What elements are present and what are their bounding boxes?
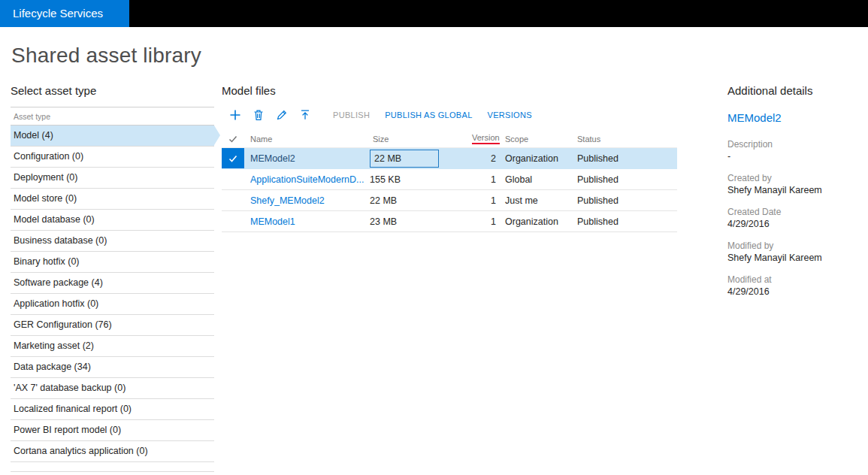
file-version-cell: 2	[472, 153, 501, 164]
file-scope-cell: Organization	[501, 216, 571, 227]
detail-label: Modified at	[727, 274, 866, 285]
top-bar: Lifecycle Services	[0, 0, 868, 27]
file-scope-cell: Global	[501, 174, 571, 185]
sidebar-item-data-package[interactable]: Data package (34)	[11, 357, 214, 378]
add-icon[interactable]	[229, 109, 241, 121]
model-files-heading: Model files	[222, 84, 677, 97]
file-size-cell: 22 MB	[367, 150, 472, 168]
model-files-panel: Model files PUBLISH PUBLISH AS GLOBAL VE…	[222, 84, 677, 232]
table-row[interactable]: MEModel2 22 MB 2 Organization Published	[222, 148, 677, 169]
version-header-red-underline: Version	[472, 133, 500, 144]
sidebar-item-power-bi-report-model[interactable]: Power BI report model (0)	[11, 420, 214, 441]
detail-value: -	[727, 151, 866, 162]
sidebar-item-model-database[interactable]: Model database (0)	[11, 210, 214, 231]
delete-icon[interactable]	[253, 109, 265, 121]
detail-value: 4/29/2016	[727, 219, 866, 230]
file-size-focus-box: 22 MB	[370, 150, 439, 168]
column-header-version[interactable]: Version	[472, 133, 501, 144]
file-status-cell: Published	[571, 216, 677, 227]
table-row[interactable]: Shefy_MEModel2 22 MB 1 Just me Published	[222, 190, 677, 211]
row-checkbox[interactable]	[222, 190, 244, 210]
table-row[interactable]: MEModel1 23 MB 1 Organization Published	[222, 211, 677, 232]
publish-button[interactable]: PUBLISH	[333, 110, 370, 120]
sidebar-item-marketing-asset[interactable]: Marketing asset (2)	[11, 336, 214, 357]
row-checkbox[interactable]	[222, 211, 244, 231]
asset-type-sidebar: Select asset type Asset type Model (4) C…	[11, 84, 214, 472]
file-status-cell: Published	[571, 153, 677, 164]
table-row[interactable]: ApplicationSuiteModernD... 155 KB 1 Glob…	[222, 169, 677, 190]
column-header-name[interactable]: Name	[244, 135, 367, 144]
file-name-link[interactable]: Shefy_MEModel2	[244, 195, 367, 206]
sidebar-item-software-package[interactable]: Software package (4)	[11, 273, 214, 294]
file-name-link[interactable]: MEModel1	[244, 216, 367, 227]
sidebar-item-model-store[interactable]: Model store (0)	[11, 189, 214, 210]
sidebar-item-deployment[interactable]: Deployment (0)	[11, 168, 214, 189]
file-name-link[interactable]: ApplicationSuiteModernD...	[244, 174, 367, 185]
upload-icon[interactable]	[299, 109, 311, 121]
detail-field-created-date: Created Date 4/29/2016	[727, 207, 866, 230]
edit-icon[interactable]	[276, 109, 288, 121]
versions-button[interactable]: VERSIONS	[488, 110, 532, 120]
detail-label: Created by	[727, 173, 866, 183]
additional-details-panel: Additional details MEModel2 Description …	[727, 84, 866, 298]
sidebar-item-ax7-database-backup[interactable]: 'AX 7' database backup (0)	[11, 378, 214, 399]
column-header-size[interactable]: Size	[367, 135, 472, 144]
page-title: Shared asset library	[11, 44, 201, 68]
detail-field-description: Description -	[727, 139, 866, 162]
table-header-row: Name Size Version Scope Status	[222, 130, 677, 148]
detail-label: Created Date	[727, 207, 866, 217]
sidebar-heading: Select asset type	[11, 84, 214, 97]
file-size-cell: 23 MB	[367, 216, 472, 227]
asset-type-list: Asset type Model (4) Configuration (0) D…	[11, 107, 214, 462]
model-files-table: Name Size Version Scope Status MEModel2 …	[222, 130, 677, 232]
sidebar-item-localized-financial-report[interactable]: Localized finanical report (0)	[11, 399, 214, 420]
column-header-scope[interactable]: Scope	[501, 135, 571, 144]
row-checkbox[interactable]	[222, 169, 244, 189]
additional-details-heading: Additional details	[727, 84, 866, 97]
sidebar-item-business-database[interactable]: Business database (0)	[11, 231, 214, 252]
detail-label: Modified by	[727, 241, 866, 251]
file-size-cell: 22 MB	[367, 195, 472, 206]
app-logo[interactable]: Lifecycle Services	[0, 0, 129, 27]
detail-label: Description	[727, 139, 866, 150]
model-files-toolbar: PUBLISH PUBLISH AS GLOBAL VERSIONS	[222, 104, 677, 126]
row-checkbox[interactable]	[222, 148, 244, 168]
file-version-cell: 1	[472, 174, 501, 185]
file-scope-cell: Just me	[501, 195, 571, 206]
sidebar-item-cortana-analytics-application[interactable]: Cortana analytics application (0)	[11, 441, 214, 462]
column-header-status[interactable]: Status	[571, 135, 677, 144]
sidebar-item-configuration[interactable]: Configuration (0)	[11, 147, 214, 168]
detail-value: 4/29/2016	[727, 286, 866, 298]
file-status-cell: Published	[571, 174, 677, 185]
detail-field-modified-by: Modified by Shefy Manayil Kareem	[727, 241, 866, 264]
detail-value: Shefy Manayil Kareem	[727, 253, 866, 264]
publish-as-global-button[interactable]: PUBLISH AS GLOBAL	[385, 110, 472, 120]
sidebar-item-binary-hotfix[interactable]: Binary hotfix (0)	[11, 252, 214, 273]
asset-type-column-label: Asset type	[11, 107, 214, 126]
sidebar-item-application-hotfix[interactable]: Application hotfix (0)	[11, 294, 214, 315]
sidebar-partial-row	[11, 462, 214, 472]
detail-field-modified-at: Modified at 4/29/2016	[727, 274, 866, 298]
sidebar-item-model[interactable]: Model (4)	[11, 126, 214, 147]
detail-field-created-by: Created by Shefy Manayil Kareem	[727, 173, 866, 196]
file-version-cell: 1	[472, 216, 501, 227]
sidebar-item-ger-configuration[interactable]: GER Configuration (76)	[11, 315, 214, 336]
file-size-cell: 155 KB	[367, 174, 472, 185]
file-status-cell: Published	[571, 195, 677, 206]
selected-asset-title[interactable]: MEModel2	[727, 111, 866, 124]
file-name-link[interactable]: MEModel2	[244, 153, 367, 164]
detail-value: Shefy Manayil Kareem	[727, 185, 866, 196]
select-all-check-icon[interactable]	[222, 130, 244, 147]
file-scope-cell: Organization	[501, 153, 571, 164]
file-version-cell: 1	[472, 195, 501, 206]
